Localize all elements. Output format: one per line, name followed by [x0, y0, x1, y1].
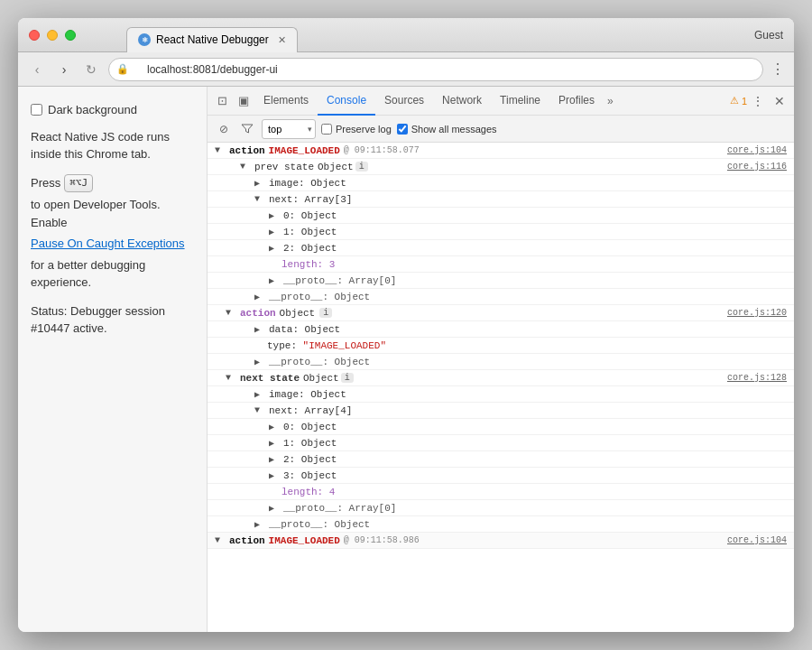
pause-on-caught-link[interactable]: Pause On Caught Exceptions: [31, 235, 185, 253]
devtools-settings-icon[interactable]: ⋮: [747, 90, 769, 112]
preserve-log-checkbox[interactable]: [321, 124, 332, 135]
arr-2-val: 2: Object: [283, 243, 337, 254]
source-link-2[interactable]: core.js:104: [727, 535, 787, 545]
active-tab[interactable]: ⚛ React Native Debugger ✕: [126, 27, 298, 52]
log-entry-action-2: ▼ action IMAGE_LOADED @ 09:11:58.986 cor…: [208, 533, 794, 549]
type-key: type: "IMAGE_LOADED": [267, 340, 386, 351]
expand-proto-arr[interactable]: ▶: [269, 275, 280, 286]
context-selector[interactable]: top: [262, 119, 316, 139]
preserve-log-checkbox-label[interactable]: Preserve log: [321, 124, 392, 135]
show-all-messages-checkbox-label[interactable]: Show all messages: [397, 124, 497, 135]
source-link-prev[interactable]: core.js:116: [727, 162, 787, 172]
ns-image-val: image: Object: [269, 389, 346, 400]
expand-arrow-2[interactable]: ▼: [215, 535, 226, 545]
tab-close-button[interactable]: ✕: [278, 34, 286, 46]
expand-image[interactable]: ▶: [254, 178, 265, 189]
tab-elements[interactable]: Elements: [254, 87, 318, 116]
expand-data[interactable]: ▶: [254, 324, 265, 335]
preserve-log-label: Preserve log: [336, 124, 392, 135]
tab-elements-label: Elements: [263, 94, 309, 107]
tab-network-label: Network: [442, 94, 482, 107]
dark-bg-label: Dark background: [48, 101, 137, 119]
data-row: ▶ data: Object: [208, 321, 794, 338]
expand-ns-3[interactable]: ▶: [269, 470, 280, 481]
source-link-1[interactable]: core.js:104: [727, 145, 787, 155]
expand-ns-image[interactable]: ▶: [254, 389, 265, 400]
clear-console-button[interactable]: ⊘: [215, 120, 233, 138]
log-entry-action-1: ▼ action IMAGE_LOADED @ 09:11:58.077 cor…: [208, 143, 794, 159]
tab-title: React Native Debugger: [156, 33, 269, 46]
reload-button[interactable]: ↻: [81, 60, 101, 79]
devtools-device-icon[interactable]: ▣: [233, 90, 254, 112]
action-label-1: action: [229, 145, 265, 156]
devtools-inspect-icon[interactable]: ⊡: [211, 90, 233, 112]
ns-arr-3-row: ▶ 3: Object: [208, 468, 794, 484]
for-better-label: for a better debugging experience.: [31, 256, 194, 292]
tab-area: ⚛ React Native Debugger ✕: [126, 18, 298, 52]
expand-arr-1[interactable]: ▶: [269, 227, 280, 237]
arr-1-row: ▶ 1: Object: [208, 224, 794, 240]
tab-timeline[interactable]: Timeline: [491, 87, 549, 116]
devtools-close-button[interactable]: ✕: [769, 94, 790, 108]
status-text: Status: Debugger session #10447 active.: [31, 302, 194, 338]
url-bar[interactable]: 🔒 localhost:8081/debugger-ui: [108, 58, 763, 81]
prev-state-label: prev state: [254, 162, 314, 172]
expand-ns-1[interactable]: ▶: [269, 438, 280, 449]
ns-arr-1-val: 1: Object: [283, 438, 337, 449]
expand-ns-proto-arr[interactable]: ▶: [269, 503, 280, 514]
warning-badge[interactable]: ⚠ 1: [730, 95, 747, 107]
tab-profiles[interactable]: Profiles: [549, 87, 604, 116]
expand-action-obj[interactable]: ▼: [226, 308, 236, 318]
source-link-next-state[interactable]: core.js:128: [727, 373, 787, 383]
image-key: image: Object: [269, 178, 346, 189]
dark-bg-checkbox[interactable]: [31, 104, 42, 116]
action-type-2: IMAGE_LOADED: [269, 535, 340, 546]
ns-proto-obj-row: ▶ __proto__: Object: [208, 516, 794, 533]
browser-menu-button[interactable]: ⋮: [770, 60, 785, 78]
next-array-row: ▼ next: Array[3]: [208, 191, 794, 208]
show-all-messages-label: Show all messages: [411, 124, 497, 135]
tab-console[interactable]: Console: [318, 87, 375, 116]
expand-proto-obj[interactable]: ▶: [254, 292, 265, 302]
expand-ns-0[interactable]: ▶: [269, 422, 280, 432]
forward-button[interactable]: ›: [54, 60, 74, 79]
expand-ns-proto-obj[interactable]: ▶: [254, 519, 265, 530]
close-button[interactable]: [29, 30, 40, 41]
minimize-button[interactable]: [47, 30, 58, 41]
expand-ns-next[interactable]: ▼: [254, 405, 265, 415]
fullscreen-button[interactable]: [65, 30, 76, 41]
length-3-val: length: 3: [281, 259, 335, 270]
next-state-obj: Object: [303, 373, 339, 384]
devtools-tabs: ⊡ ▣ Elements Console Sources Network Tim…: [208, 87, 794, 116]
next-state-label: next state: [240, 373, 300, 384]
ns-arr-3-val: 3: Object: [283, 470, 337, 481]
expand-next-state[interactable]: ▼: [226, 373, 236, 383]
expand-action-proto[interactable]: ▶: [254, 357, 265, 367]
tabs-overflow-button[interactable]: »: [604, 95, 617, 107]
action-obj-row: ▼ action Object i core.js:120: [208, 305, 794, 321]
tab-sources[interactable]: Sources: [375, 87, 433, 116]
expand-ns-2[interactable]: ▶: [269, 454, 280, 465]
back-button[interactable]: ‹: [27, 60, 47, 79]
expand-prev-state[interactable]: ▼: [240, 162, 251, 172]
ns-next-val: next: Array[4]: [269, 405, 352, 416]
source-link-action[interactable]: core.js:120: [727, 308, 787, 318]
ns-proto-obj-val: __proto__: Object: [269, 519, 370, 530]
show-all-messages-checkbox[interactable]: [397, 124, 408, 135]
expand-arrow-1[interactable]: ▼: [215, 145, 226, 155]
arr-1-val: 1: Object: [283, 227, 337, 237]
expand-arr-0[interactable]: ▶: [269, 210, 280, 221]
dark-bg-checkbox-row: Dark background: [31, 101, 194, 119]
filter-icon: [238, 120, 256, 138]
image-row: ▶ image: Object: [208, 175, 794, 191]
proto-obj-val: __proto__: Object: [269, 292, 370, 302]
action-obj-val: Object: [280, 308, 316, 319]
expand-next[interactable]: ▼: [254, 194, 265, 204]
context-selector-wrapper: top ▾: [262, 119, 316, 139]
tab-favicon: ⚛: [138, 33, 151, 46]
expand-arr-2[interactable]: ▶: [269, 243, 280, 254]
tab-network[interactable]: Network: [433, 87, 491, 116]
title-bar: ⚛ React Native Debugger ✕ Guest: [18, 18, 794, 52]
ns-arr-2-val: 2: Object: [283, 454, 337, 465]
next-state-badge: i: [341, 373, 354, 383]
